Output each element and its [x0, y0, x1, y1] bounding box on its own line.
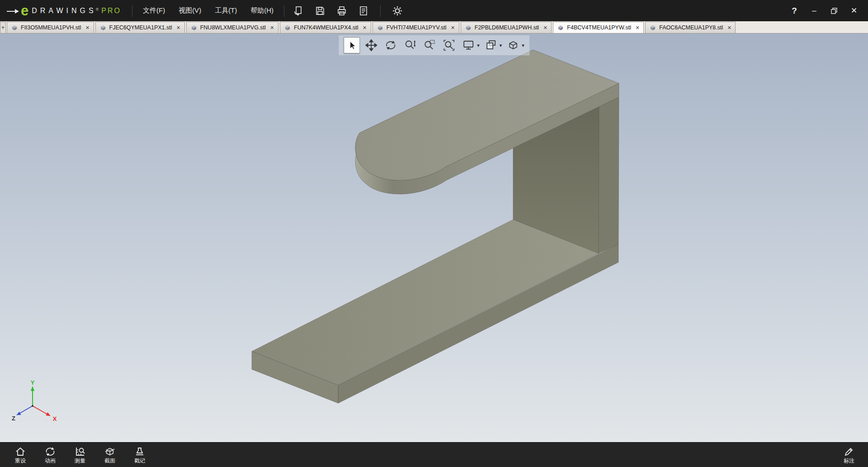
bottom-toolbar: 重设 动画 测量 截面 戳记: [0, 442, 868, 467]
model-wall-front-face: [599, 97, 619, 253]
measure-button[interactable]: 测量: [65, 446, 95, 463]
section-icon: [104, 446, 115, 457]
tab-label: F2PBLD6MEUA1PWH.stl: [475, 24, 539, 31]
bottom-item-label: 动画: [45, 458, 56, 463]
monitor-icon: [462, 39, 474, 51]
part-icon: [377, 24, 383, 31]
bottom-item-label: 戳记: [134, 458, 145, 463]
animate-button[interactable]: 动画: [35, 446, 65, 463]
measure-icon: [75, 446, 85, 457]
tab-file-6[interactable]: F2PBLD6MEUA1PWH.stl ×: [461, 22, 552, 33]
zoom-fit-icon: [443, 39, 455, 51]
rotate-tool-button[interactable]: [382, 37, 399, 53]
save-floppy-icon: [315, 5, 326, 16]
save-button[interactable]: [311, 3, 330, 19]
tab-close-icon[interactable]: ×: [177, 24, 180, 31]
menu-help[interactable]: 帮助(H): [245, 3, 279, 18]
rotate-icon: [385, 39, 396, 51]
tab-overflow-stub[interactable]: +: [0, 22, 6, 33]
help-button[interactable]: ?: [787, 4, 802, 18]
tab-label: FVHTI74MEUA1PYV.stl: [387, 24, 447, 31]
y-axis-arrow: [31, 386, 34, 391]
minimize-button[interactable]: –: [807, 4, 822, 18]
tab-file-2[interactable]: FJEC6QYMEUA1PX1.stl ×: [95, 22, 185, 33]
part-icon: [465, 24, 472, 31]
tab-file-3[interactable]: FNU8WLXMEUA1PVG.stl ×: [186, 22, 278, 33]
pan-tool-button[interactable]: [363, 37, 379, 53]
display-mode-button[interactable]: [460, 37, 476, 53]
tab-close-icon[interactable]: ×: [85, 24, 89, 31]
zoom-window-tool-button[interactable]: [421, 37, 438, 53]
stamp-button[interactable]: 戳记: [125, 446, 155, 463]
tab-close-icon[interactable]: ×: [543, 24, 547, 31]
restore-window-icon: [830, 7, 838, 14]
cube-icon: [507, 39, 519, 51]
tab-label: FJEC6QYMEUA1PX1.stl: [109, 24, 172, 31]
window-controls: ? – ✕: [787, 4, 868, 18]
open-button[interactable]: [289, 3, 308, 19]
preview-button[interactable]: [354, 3, 373, 19]
part-icon: [100, 24, 106, 31]
titlebar-toolbar: [289, 3, 407, 19]
logo-e: e: [21, 4, 28, 18]
tab-file-1[interactable]: FII3O5MMEUA1PVH.stl ×: [7, 22, 94, 33]
pencil-icon: [844, 446, 854, 457]
tab-close-icon[interactable]: ×: [363, 24, 366, 31]
model-canvas: [0, 33, 868, 442]
menu-view[interactable]: 视图(V): [173, 3, 207, 18]
appearance-group: ▾: [483, 37, 502, 53]
menu-file[interactable]: 文件(F): [137, 3, 171, 18]
bottom-item-label: 截面: [104, 458, 115, 463]
maximize-button[interactable]: [826, 4, 842, 18]
home-icon: [15, 446, 26, 457]
view-orientation-group: ▾: [505, 37, 524, 53]
tab-file-7-active[interactable]: F4BCV4TMEUA1PYW.stl ×: [553, 22, 644, 33]
z-axis-arrow: [16, 412, 21, 415]
tab-close-icon[interactable]: ×: [727, 24, 731, 31]
axis-triad: Y X Z: [10, 380, 60, 423]
print-button[interactable]: [332, 3, 351, 19]
chevron-down-icon[interactable]: ▾: [477, 43, 480, 48]
view-orientation-button[interactable]: [505, 37, 521, 53]
x-axis-arrow: [46, 412, 51, 416]
tab-close-icon[interactable]: ×: [270, 24, 274, 31]
appearance-button[interactable]: [483, 37, 499, 53]
zoom-icon: [404, 39, 416, 51]
z-axis-label: Z: [12, 415, 15, 422]
app-logo: e DRAWINGS ® PRO: [0, 4, 127, 18]
titlebar-separator: [132, 5, 132, 17]
chevron-down-icon[interactable]: ▾: [500, 43, 502, 48]
logo-reg: ®: [96, 7, 99, 12]
logo-arrow-icon: [6, 5, 20, 17]
viewport-3d[interactable]: ▾ ▾ ▾ Y X: [0, 33, 868, 442]
reset-button[interactable]: 重设: [5, 446, 35, 463]
select-tool-button[interactable]: [344, 37, 360, 53]
part-icon: [557, 24, 564, 31]
tab-close-icon[interactable]: ×: [636, 24, 639, 31]
menu-tools[interactable]: 工具(T): [209, 3, 243, 18]
bottom-item-label: 标注: [844, 458, 854, 463]
zoom-fit-tool-button[interactable]: [441, 37, 457, 53]
titlebar-separator: [284, 5, 284, 17]
chevron-down-icon[interactable]: ▾: [522, 43, 524, 48]
tab-file-8[interactable]: FAOC6ACMEUA1PY8.stl ×: [645, 22, 736, 33]
tab-close-icon[interactable]: ×: [451, 24, 455, 31]
logo-name: DRAWINGS: [32, 7, 96, 15]
part-icon: [284, 24, 291, 31]
section-button[interactable]: 截面: [95, 446, 125, 463]
view-toolbar: ▾ ▾ ▾: [338, 35, 530, 56]
settings-button[interactable]: [388, 3, 407, 19]
tab-file-4[interactable]: FUN7K4WMEUA1PX4.stl ×: [280, 22, 371, 33]
zoom-area-icon: [424, 39, 435, 51]
zoom-tool-button[interactable]: [402, 37, 418, 53]
markup-button[interactable]: 标注: [835, 446, 863, 463]
part-icon: [191, 24, 197, 31]
tab-file-5[interactable]: FVHTI74MEUA1PYV.stl ×: [373, 22, 459, 33]
pan-icon: [365, 39, 377, 51]
part-icon: [650, 24, 656, 31]
close-button[interactable]: ✕: [846, 4, 862, 18]
stamp-icon: [134, 446, 145, 457]
tab-label: F4BCV4TMEUA1PYW.stl: [567, 24, 631, 31]
titlebar-separator: [380, 5, 381, 17]
tab-label: FUN7K4WMEUA1PX4.stl: [294, 24, 358, 31]
